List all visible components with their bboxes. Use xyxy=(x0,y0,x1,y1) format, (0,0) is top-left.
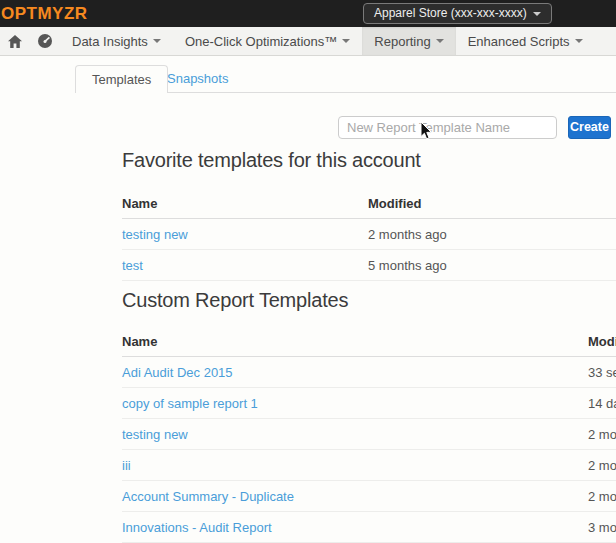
nav-data-insights[interactable]: Data Insights xyxy=(60,27,173,55)
column-header-modified: Modified xyxy=(368,190,616,219)
modified-cell: 5 months ago xyxy=(368,250,616,281)
table-header-row: Name Modified xyxy=(122,190,616,219)
new-template-name-input[interactable] xyxy=(338,116,557,139)
app-window: OPTMYZR Apparel Store (xxx-xxx-xxxx) Dat… xyxy=(0,0,616,543)
nav-reporting[interactable]: Reporting xyxy=(362,27,455,55)
account-selector[interactable]: Apparel Store (xxx-xxx-xxxx) xyxy=(363,3,552,24)
table-row: Adi Audit Dec 2015 33 seconds ago xyxy=(122,357,616,388)
app-logo[interactable]: OPTMYZR xyxy=(1,4,88,24)
template-link[interactable]: iii xyxy=(122,458,131,473)
tab-snapshots[interactable]: Snapshots xyxy=(163,65,232,93)
chevron-down-icon xyxy=(533,12,541,16)
chevron-down-icon xyxy=(342,39,350,43)
table-row: copy of sample report 1 14 days ago xyxy=(122,388,616,419)
favorites-section-title: Favorite templates for this account xyxy=(122,149,421,172)
modified-cell: 2 months ago xyxy=(588,481,616,512)
account-selector-label: Apparel Store (xxx-xxx-xxxx) xyxy=(374,4,527,23)
tab-templates[interactable]: Templates xyxy=(75,65,168,93)
column-header-name: Name xyxy=(122,328,588,357)
template-link[interactable]: testing new xyxy=(122,427,188,442)
nav-enhanced-scripts[interactable]: Enhanced Scripts xyxy=(456,27,595,55)
dashboard-icon[interactable] xyxy=(30,27,60,55)
modified-cell: 14 days ago xyxy=(588,388,616,419)
template-link[interactable]: copy of sample report 1 xyxy=(122,396,258,411)
main-navbar: Data Insights One-Click Optimizations™ R… xyxy=(0,27,616,56)
table-row: testing new 2 months ago xyxy=(122,419,616,450)
table-row: test 5 months ago xyxy=(122,250,616,281)
custom-section-title: Custom Report Templates xyxy=(122,289,348,312)
modified-cell: 33 seconds ago xyxy=(588,357,616,388)
nav-reporting-label: Reporting xyxy=(374,34,430,49)
template-link[interactable]: testing new xyxy=(122,227,188,242)
modified-cell: 2 months ago xyxy=(588,450,616,481)
table-row: Innovations - Audit Report 3 months ago xyxy=(122,512,616,543)
nav-enhanced-scripts-label: Enhanced Scripts xyxy=(468,34,570,49)
chevron-down-icon xyxy=(436,39,444,43)
table-row: testing new 2 months ago xyxy=(122,219,616,250)
table-row: Account Summary - Duplicate 2 months ago xyxy=(122,481,616,512)
template-link[interactable]: Innovations - Audit Report xyxy=(122,520,272,535)
favorites-table: Name Modified testing new 2 months ago t… xyxy=(122,190,616,281)
home-icon[interactable] xyxy=(0,27,30,55)
modified-cell: 2 months ago xyxy=(588,419,616,450)
topbar: OPTMYZR Apparel Store (xxx-xxx-xxxx) xyxy=(0,0,616,27)
modified-cell: 3 months ago xyxy=(588,512,616,543)
nav-one-click-optimizations-label: One-Click Optimizations™ xyxy=(185,34,337,49)
custom-templates-table: Name Modified Adi Audit Dec 2015 33 seco… xyxy=(122,328,616,543)
template-link[interactable]: Adi Audit Dec 2015 xyxy=(122,365,233,380)
table-header-row: Name Modified xyxy=(122,328,616,357)
template-link[interactable]: Account Summary - Duplicate xyxy=(122,489,294,504)
chevron-down-icon xyxy=(153,39,161,43)
nav-data-insights-label: Data Insights xyxy=(72,34,148,49)
table-row: iii 2 months ago xyxy=(122,450,616,481)
home-icon-glyph xyxy=(7,34,23,49)
column-header-modified: Modified xyxy=(588,328,616,357)
chevron-down-icon xyxy=(575,39,583,43)
nav-one-click-optimizations[interactable]: One-Click Optimizations™ xyxy=(173,27,362,55)
column-header-name: Name xyxy=(122,190,368,219)
create-button[interactable]: Create xyxy=(568,116,611,139)
modified-cell: 2 months ago xyxy=(368,219,616,250)
dashboard-icon-glyph xyxy=(37,33,53,49)
template-link[interactable]: test xyxy=(122,258,143,273)
